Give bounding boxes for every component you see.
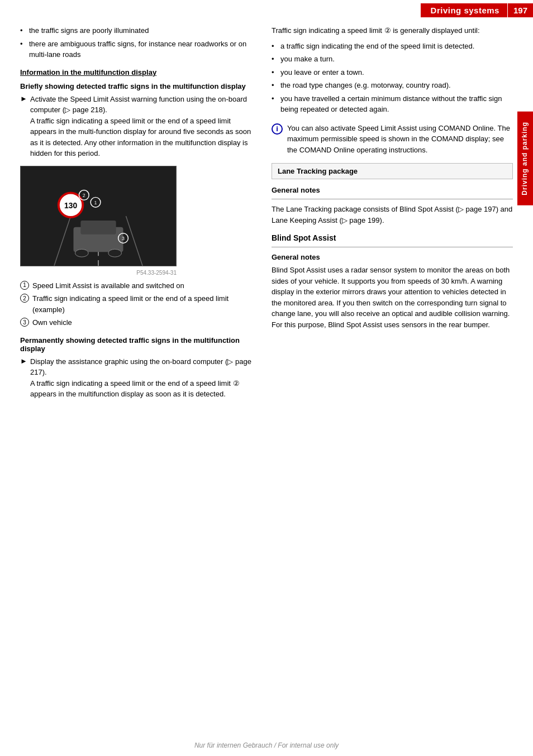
legend-item-3: 3 Own vehicle — [20, 317, 255, 328]
main-content: the traffic signs are poorly illuminated… — [0, 20, 533, 410]
arrow-text-2: Display the assistance graphic using the… — [30, 356, 255, 400]
side-tab: Driving and parking — [517, 112, 533, 205]
arrow-bullet-2: ► — [20, 357, 28, 365]
sub1-heading: Briefly showing detected traffic signs i… — [20, 82, 255, 90]
right-column: Traffic sign indicating a speed limit ② … — [272, 25, 513, 404]
speed-bullet-5: you have travelled a certain minimum dis… — [272, 93, 513, 115]
svg-point-6 — [75, 249, 88, 257]
legend-circle-1: 1 — [20, 281, 29, 290]
svg-rect-5 — [80, 220, 116, 234]
bullet-item: the traffic signs are poorly illuminated — [20, 25, 255, 36]
arrow-text-1: Activate the Speed Limit Assist warning … — [30, 94, 255, 159]
legend-circle-3: 3 — [20, 318, 29, 327]
info-box: i You can also activate Speed Limit Assi… — [272, 123, 513, 156]
svg-point-7 — [108, 249, 122, 257]
divider-1 — [272, 199, 513, 199]
legend-list: 1 Speed Limit Assist is available and sw… — [20, 280, 255, 328]
speed-limit-bullet-list: a traffic sign indicating the end of the… — [272, 41, 513, 115]
lane-tracking-box: Lane Tracking package — [272, 163, 513, 179]
divider-2 — [272, 247, 513, 247]
info-text: You can also activate Speed Limit Assist… — [287, 123, 513, 156]
general-notes1-text: The Lane Tracking package consists of Bl… — [272, 204, 513, 226]
svg-text:130: 130 — [64, 201, 77, 210]
image-caption: P54.33-2594-31 — [20, 270, 177, 276]
general-notes1-heading: General notes — [272, 186, 513, 194]
sub2-heading: Permanently showing detected traffic sig… — [20, 336, 255, 353]
speed-bullet-2: you make a turn. — [272, 54, 513, 65]
section1-heading: Information in the multifunction display — [20, 68, 255, 76]
svg-text:1: 1 — [94, 200, 97, 205]
legend-item-1: 1 Speed Limit Assist is available and sw… — [20, 280, 255, 291]
page-footer: Nur für internen Gebrauch / For internal… — [0, 741, 533, 749]
header-page-num: 197 — [507, 3, 533, 17]
bullet-item: there are ambiguous traffic signs, for i… — [20, 39, 255, 60]
legend-circle-2: 2 — [20, 294, 29, 303]
header-title: Driving systems — [421, 3, 507, 17]
left-column: the traffic signs are poorly illuminated… — [20, 25, 255, 404]
info-icon: i — [272, 123, 283, 135]
arrow-item-1: ► Activate the Speed Limit Assist warnin… — [20, 94, 255, 159]
arrow-item-2: ► Display the assistance graphic using t… — [20, 356, 255, 400]
general-notes2-heading: General notes — [272, 253, 513, 261]
arrow-bullet-1: ► — [20, 94, 28, 103]
car-image-box: 130 1 2 3 — [20, 166, 177, 266]
page-header: Driving systems 197 — [0, 0, 533, 20]
blind-spot-text: Blind Spot Assist uses a radar sensor sy… — [272, 265, 513, 330]
svg-text:2: 2 — [83, 193, 85, 198]
speed-bullet-4: the road type changes (e.g. motorway, co… — [272, 80, 513, 91]
speed-bullet-3: you leave or enter a town. — [272, 67, 513, 78]
legend-item-2: 2 Traffic sign indicating a speed limit … — [20, 293, 255, 315]
blind-spot-heading: Blind Spot Assist — [272, 233, 513, 242]
speed-bullet-1: a traffic sign indicating the end of the… — [272, 41, 513, 52]
intro-bullet-list: the traffic signs are poorly illuminated… — [20, 25, 255, 60]
speed-limit-intro: Traffic sign indicating a speed limit ② … — [272, 25, 513, 36]
svg-text:3: 3 — [122, 236, 125, 241]
